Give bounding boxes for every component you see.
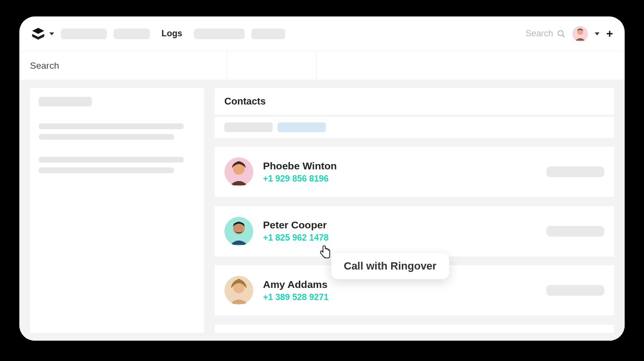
contact-phone[interactable]: +1 825 962 1478	[263, 233, 537, 243]
svg-point-0	[558, 30, 563, 36]
app-window: Logs Search	[19, 16, 625, 341]
contact-action-placeholder	[546, 166, 604, 177]
sidebar-placeholder	[39, 123, 184, 129]
sidebar-placeholder	[39, 134, 174, 140]
sidebar-placeholder	[39, 97, 92, 106]
stack-icon	[31, 27, 45, 41]
sub-tab-search-label: Search	[30, 60, 59, 71]
search-icon	[557, 30, 566, 38]
sidebar	[30, 88, 204, 333]
section-title: Contacts	[215, 88, 614, 115]
chevron-down-icon	[49, 32, 54, 35]
add-button[interactable]: +	[606, 27, 613, 41]
call-tooltip[interactable]: Call with Ringover	[331, 253, 449, 279]
contact-avatar	[224, 217, 253, 246]
contact-avatar	[224, 276, 253, 305]
filter-placeholder	[224, 122, 273, 132]
contact-action-placeholder	[546, 285, 604, 296]
contact-phone[interactable]: +1 929 856 8196	[263, 174, 537, 184]
contact-name: Peter Cooper	[263, 219, 537, 231]
nav-placeholder	[194, 29, 245, 39]
sidebar-placeholder	[39, 167, 174, 173]
svg-line-1	[562, 35, 565, 37]
main-area: Contacts Phoebe Winton +1	[215, 88, 614, 333]
filter-placeholder-active	[278, 122, 326, 132]
nav-placeholder	[61, 29, 107, 39]
nav-placeholder	[114, 29, 150, 39]
nav-placeholder	[251, 29, 285, 39]
chevron-down-icon[interactable]	[595, 32, 600, 35]
search-label: Search	[526, 29, 553, 39]
contact-card[interactable]: Peter Cooper +1 825 962 1478	[215, 206, 614, 256]
contact-avatar	[224, 157, 253, 186]
body-area: Contacts Phoebe Winton +1	[19, 80, 625, 341]
sidebar-placeholder	[39, 157, 184, 163]
sub-tabs: Search	[19, 51, 625, 80]
topbar: Logs Search	[19, 16, 625, 51]
contact-name: Phoebe Winton	[263, 160, 537, 172]
contact-card[interactable]: Phoebe Winton +1 929 856 8196	[215, 147, 614, 197]
contact-action-placeholder	[546, 226, 604, 237]
contact-name: Amy Addams	[263, 279, 537, 290]
global-search[interactable]: Search	[526, 29, 566, 39]
user-avatar[interactable]	[572, 26, 588, 42]
contact-card-stub	[215, 325, 614, 333]
logo-block[interactable]	[31, 27, 54, 41]
sub-tab-search[interactable]: Search	[19, 51, 227, 80]
nav-logs[interactable]: Logs	[157, 29, 187, 39]
sub-tab-placeholder	[227, 51, 317, 80]
contact-phone[interactable]: +1 389 528 9271	[263, 292, 537, 302]
filter-row	[215, 117, 614, 138]
